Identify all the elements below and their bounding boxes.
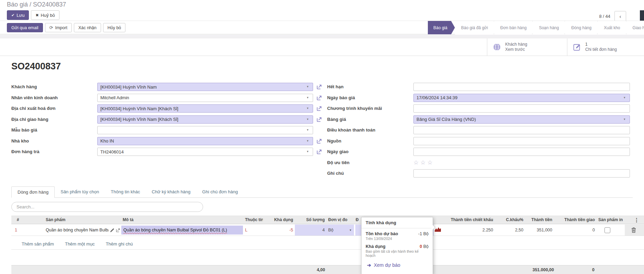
field-payment-terms — [413, 126, 636, 135]
line-drag-handle[interactable] — [24, 225, 44, 236]
add-product-link[interactable]: Thêm sản phẩm — [22, 241, 54, 247]
tab-other-info[interactable]: Thông tin khác — [105, 186, 146, 197]
priority-stars[interactable]: ☆ ☆ ☆ — [413, 159, 636, 167]
search-input[interactable] — [16, 204, 198, 209]
return-order-input[interactable]: TH2406014 — [97, 148, 313, 156]
kebab-menu-icon[interactable]: ⋮ — [626, 217, 639, 223]
pricelist-input[interactable]: Bảng Giá Sỉ Cửa Hàng (VND) — [413, 115, 630, 124]
payment-terms-input[interactable] — [413, 126, 630, 134]
star-icon[interactable]: ☆ — [420, 159, 425, 167]
line-uom-select[interactable]: Bộ ▾ — [326, 225, 354, 236]
column-header-uom[interactable]: Đơn vị đo — [326, 216, 354, 224]
line-quantity-input[interactable]: 4 — [295, 225, 326, 236]
column-header-discount-pct[interactable]: C.khấu% — [495, 216, 525, 224]
field-expiration — [413, 83, 636, 91]
star-icon[interactable]: ☆ — [413, 159, 419, 167]
tab-order-notes[interactable]: Ghi chú đơn hàng — [196, 186, 244, 197]
toolbar: Gửi qua email ⟳ Import Xác nhận Hủy bỏ B… — [0, 21, 644, 34]
field-note — [413, 169, 636, 178]
status-step-quotation[interactable]: Báo giá — [428, 21, 455, 34]
line-description-text[interactable]: Quần áo bóng chuyền Nam Bulbal Spivol Đỏ… — [121, 226, 243, 235]
line-product-cell[interactable]: Quần áo bóng chuyền Nam Bulbal Spivol Đỏ… — [44, 225, 121, 236]
star-icon[interactable]: ☆ — [428, 159, 433, 167]
breadcrumb: Báo giá / SO2400837 — [7, 1, 66, 8]
status-step-picking[interactable]: Soạn hàng — [533, 21, 565, 34]
import-label: Import — [55, 25, 67, 30]
external-link-icon[interactable] — [317, 106, 322, 111]
quotation-template-input[interactable] — [97, 126, 313, 134]
customer-input[interactable]: [KH00034] Huỳnh Vĩnh Nam — [97, 83, 313, 91]
source-input[interactable] — [413, 137, 630, 145]
delivery-address-input[interactable]: [KH00034] Huỳnh Vĩnh Nam [Khách Sỉ] — [97, 115, 313, 124]
field-quotation-template: ▾ — [97, 126, 327, 135]
pager-previous-button[interactable]: ‹ — [614, 11, 626, 21]
tab-optional-products[interactable]: Sản phẩm tùy chọn — [55, 186, 105, 197]
pencil-icon[interactable] — [110, 228, 114, 232]
promotion-program-input[interactable] — [413, 104, 630, 113]
save-button[interactable]: ✔ Lưu — [7, 10, 29, 20]
print-product-checkbox[interactable] — [604, 227, 610, 233]
cancel-button[interactable]: Hủy bỏ — [103, 23, 126, 32]
breadcrumb-link-quotations[interactable]: Báo giá — [7, 1, 28, 8]
import-button[interactable]: ⟳ Import — [45, 23, 72, 32]
order-lines-header: # Sản phẩm Mô tả Thuộc tính Khả dụng Số … — [11, 216, 644, 224]
statusbar: Báo giá Báo giá đã gửi Đơn bán hàng Soạn… — [428, 21, 644, 34]
column-header-print-product[interactable]: Sản phẩm in — [597, 216, 625, 224]
stat-button-customer-preview[interactable]: Khách hàng Xem trước — [487, 38, 567, 56]
status-step-packing[interactable]: Đóng hàng — [565, 21, 598, 34]
field-group-right: Hết hạn Ngày báo giá 17/06/2024 14:34:39… — [327, 83, 636, 178]
forecast-chart-icon[interactable] — [434, 227, 441, 232]
status-step-sales-order[interactable]: Đơn bán hàng — [494, 21, 533, 34]
check-icon: ✔ — [11, 13, 14, 18]
save-button-label: Lưu — [16, 13, 24, 18]
invoice-address-input[interactable]: [KH00034] Huỳnh Vĩnh Nam [Khách Sỉ] — [97, 104, 313, 113]
column-header-handle — [24, 216, 44, 224]
line-available: -5 — [263, 225, 295, 236]
discard-button[interactable]: ✖ Huỷ bỏ — [31, 10, 59, 20]
tab-customer-signature[interactable]: Chữ ký khách hàng — [146, 186, 197, 197]
column-header-index[interactable]: # — [11, 216, 24, 224]
line-discount-amount[interactable]: 2.250 — [434, 225, 495, 236]
pager-next-button[interactable] — [640, 10, 644, 21]
status-step-delivery[interactable]: Giao hàng — [626, 21, 644, 34]
line-product-name[interactable]: Quần áo bóng chuyền Nam Bulbal Spivol Đỏ… — [46, 225, 109, 236]
status-step-quotation-sent[interactable]: Báo giá đã gửi — [455, 21, 494, 34]
salesperson-input[interactable]: Mitchell Admin — [97, 94, 313, 102]
warehouse-input[interactable]: Kho IN — [97, 137, 313, 145]
column-header-options: ⋮ — [625, 216, 644, 224]
external-link-icon[interactable] — [317, 95, 322, 101]
column-header-quantity[interactable]: Số lượng — [295, 216, 326, 224]
line-description-cell[interactable]: Quần áo bóng chuyền Nam Bulbal Spivol Đỏ… — [121, 225, 243, 236]
view-forecast-label: Xem dự báo — [374, 262, 400, 268]
note-input[interactable] — [413, 169, 630, 178]
close-icon: ✖ — [35, 13, 38, 18]
tab-order-lines[interactable]: Dòng đơn hàng — [11, 186, 55, 198]
view-forecast-link[interactable]: ➔ Xem dự báo — [367, 262, 429, 268]
status-step-outgoing[interactable]: Xuất kho — [598, 21, 626, 34]
column-header-available[interactable]: Khả dụng — [263, 216, 295, 224]
send-email-button[interactable]: Gửi qua email — [7, 23, 43, 32]
column-header-description[interactable]: Mô tả — [121, 216, 243, 224]
column-header-product[interactable]: Sản phẩm — [44, 216, 121, 224]
column-header-attribute[interactable]: Thuộc tính — [243, 216, 263, 224]
quotation-date-input[interactable]: 17/06/2024 14:34:39 — [413, 94, 630, 102]
column-header-amount[interactable]: Thành tiền — [525, 216, 554, 224]
add-section-link[interactable]: Thêm một mục — [65, 241, 95, 247]
field-return-order: TH2406014 ▾ — [97, 148, 327, 156]
forecast-date: Trên 13/09/2024 — [366, 237, 429, 241]
stat-button-order-detail[interactable]: 1 Chi tiết đơn hàng — [567, 38, 644, 56]
external-link-icon[interactable] — [317, 117, 322, 122]
external-link-icon[interactable] — [116, 228, 120, 232]
confirm-button[interactable]: Xác nhận — [74, 23, 101, 32]
expiration-input[interactable] — [413, 83, 630, 91]
external-link-icon[interactable] — [317, 149, 322, 155]
column-header-delivered-amount[interactable]: Thành tiền giao — [554, 216, 597, 224]
delivery-date-input[interactable] — [413, 148, 630, 156]
edit-square-icon — [573, 43, 581, 51]
trash-icon[interactable] — [631, 227, 636, 233]
line-discount-pct[interactable]: 2,50 — [495, 225, 525, 236]
external-link-icon[interactable] — [317, 84, 322, 90]
external-link-icon[interactable] — [317, 138, 322, 144]
column-header-discount-amount[interactable]: Thành tiền chiết khấu — [434, 216, 495, 224]
add-note-link[interactable]: Thêm ghi chú — [106, 241, 133, 247]
